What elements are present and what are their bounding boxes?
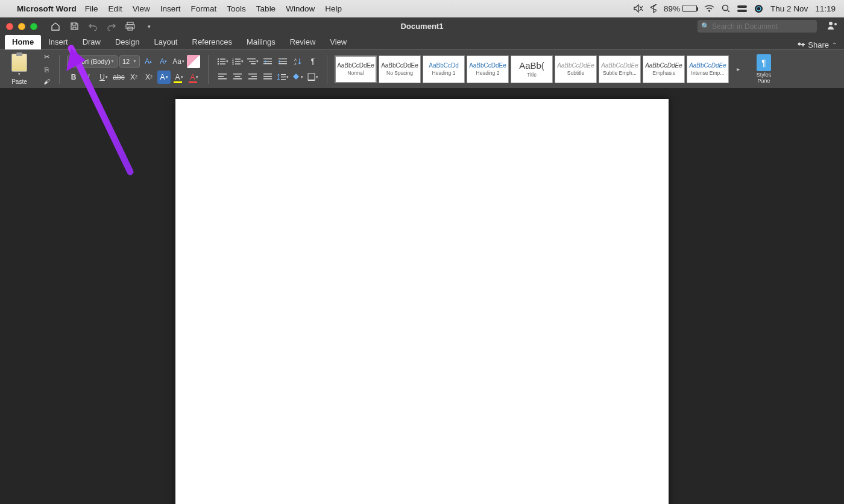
text-effects-button[interactable]: A▾ xyxy=(157,71,171,84)
font-color-button[interactable]: A▾ xyxy=(187,71,201,84)
line-spacing-button[interactable]: ▾ xyxy=(276,71,289,84)
tab-insert[interactable]: Insert xyxy=(41,35,75,49)
svg-rect-2 xyxy=(737,5,747,8)
shading-button[interactable]: ▾ xyxy=(291,71,304,84)
justify-button[interactable] xyxy=(261,71,274,84)
paragraph-group: ▾ 123▾ ▾ AZ ¶ ▾ ▾ ▾ xyxy=(213,53,322,86)
superscript-button[interactable]: X2 xyxy=(142,71,156,84)
decrease-indent-button[interactable] xyxy=(261,55,274,68)
underline-button[interactable]: U▾ xyxy=(97,71,110,84)
redo-icon[interactable] xyxy=(105,20,118,33)
change-case-icon[interactable]: Aa▾ xyxy=(172,55,185,68)
tab-design[interactable]: Design xyxy=(108,35,146,49)
tab-draw[interactable]: Draw xyxy=(75,35,108,49)
sort-button[interactable]: AZ xyxy=(291,55,304,68)
clear-formatting-icon[interactable] xyxy=(187,55,200,68)
shrink-font-icon[interactable]: A▾ xyxy=(157,55,170,68)
save-icon[interactable] xyxy=(68,20,81,33)
menu-table[interactable]: Table xyxy=(256,4,276,13)
menubar-time[interactable]: 11:19 xyxy=(815,4,836,13)
clipboard-group: ▾ Paste xyxy=(5,53,34,86)
bluetooth-icon[interactable] xyxy=(650,4,657,13)
undo-icon[interactable] xyxy=(86,20,99,33)
font-name-select[interactable]: Calibri (Body)▼ xyxy=(67,55,118,68)
ribbon-tabs: Home Insert Draw Design Layout Reference… xyxy=(0,35,844,49)
bold-button[interactable]: B xyxy=(67,71,80,84)
tab-review[interactable]: Review xyxy=(283,35,323,49)
borders-button[interactable]: ▾ xyxy=(306,71,320,84)
align-right-button[interactable] xyxy=(246,71,259,84)
menu-window[interactable]: Window xyxy=(286,4,315,13)
customize-toolbar-icon[interactable]: ▾ xyxy=(142,20,156,33)
menu-edit[interactable]: Edit xyxy=(109,4,122,13)
strikethrough-button[interactable]: abc xyxy=(112,71,125,84)
svg-rect-46 xyxy=(263,78,272,80)
search-box[interactable]: 🔍 xyxy=(698,20,817,33)
search-input[interactable] xyxy=(712,22,813,31)
share-icon xyxy=(796,42,805,49)
font-size-select[interactable]: 12▼ xyxy=(119,55,140,68)
clipboard-icon xyxy=(11,54,27,72)
document-title: Document1 xyxy=(401,22,444,31)
style-title[interactable]: AaBb(Title xyxy=(511,55,553,83)
document-page[interactable] xyxy=(175,99,669,504)
tab-references[interactable]: References xyxy=(185,35,239,49)
tab-home[interactable]: Home xyxy=(5,35,41,49)
spotlight-icon[interactable] xyxy=(722,4,730,13)
highlight-button[interactable]: A▾ xyxy=(172,71,186,84)
style-heading-2[interactable]: AaBbCcDdEeHeading 2 xyxy=(467,55,509,83)
italic-button[interactable]: I xyxy=(82,71,95,84)
increase-indent-button[interactable] xyxy=(276,55,289,68)
numbering-button[interactable]: 123▾ xyxy=(231,55,244,68)
tab-mailings[interactable]: Mailings xyxy=(239,35,283,49)
align-center-button[interactable] xyxy=(231,71,244,84)
svg-rect-19 xyxy=(235,58,241,59)
style-heading-1[interactable]: AaBbCcDdHeading 1 xyxy=(423,55,465,83)
tab-view[interactable]: View xyxy=(323,35,354,49)
battery-status[interactable]: 89% xyxy=(664,4,697,13)
minimize-window-button[interactable] xyxy=(18,23,25,30)
style-intense-emp-[interactable]: AaBbCcDdEeIntense Emp... xyxy=(687,55,729,83)
home-icon[interactable] xyxy=(49,20,62,33)
siri-icon[interactable] xyxy=(754,4,763,13)
menubar-date[interactable]: Thu 2 Nov xyxy=(770,4,808,13)
multilevel-list-button[interactable]: ▾ xyxy=(246,55,259,68)
bullets-button[interactable]: ▾ xyxy=(216,55,229,68)
styles-pane-icon: ¶ xyxy=(757,54,771,71)
menu-file[interactable]: File xyxy=(85,4,98,13)
mute-icon[interactable] xyxy=(634,4,643,13)
format-painter-icon[interactable]: 🖌 xyxy=(41,77,52,86)
menu-format[interactable]: Format xyxy=(191,4,217,13)
svg-rect-23 xyxy=(235,63,241,64)
control-center-icon[interactable] xyxy=(737,5,747,12)
zoom-window-button[interactable] xyxy=(30,23,37,30)
svg-rect-45 xyxy=(263,76,272,77)
show-marks-button[interactable]: ¶ xyxy=(306,55,320,68)
grow-font-icon[interactable]: A▴ xyxy=(142,55,155,68)
app-name[interactable]: Microsoft Word xyxy=(17,4,77,13)
subscript-button[interactable]: X2 xyxy=(127,71,140,84)
menu-tools[interactable]: Tools xyxy=(227,4,246,13)
styles-pane-button[interactable]: ¶ Styles Pane xyxy=(751,54,777,84)
wifi-icon[interactable] xyxy=(704,5,714,12)
collaboration-icon[interactable] xyxy=(827,20,838,33)
style-subtle-emph-[interactable]: AaBbCcDdEeSubtle Emph... xyxy=(599,55,641,83)
close-window-button[interactable] xyxy=(6,23,13,30)
align-left-button[interactable] xyxy=(216,71,229,84)
style-no-spacing[interactable]: AaBbCcDdEeNo Spacing xyxy=(379,55,421,83)
svg-point-11 xyxy=(798,42,801,45)
style-subtitle[interactable]: AaBbCcDdEeSubtitle xyxy=(555,55,597,83)
more-styles-button[interactable]: ▸ xyxy=(734,66,742,72)
svg-rect-3 xyxy=(737,10,747,12)
print-icon[interactable] xyxy=(124,20,137,33)
copy-icon[interactable]: ⎘ xyxy=(41,65,52,74)
menu-help[interactable]: Help xyxy=(325,4,342,13)
menu-view[interactable]: View xyxy=(133,4,150,13)
tab-layout[interactable]: Layout xyxy=(146,35,184,49)
style-emphasis[interactable]: AaBbCcDdEeEmphasis xyxy=(643,55,685,83)
cut-icon[interactable]: ✂ xyxy=(41,53,52,61)
paste-button[interactable]: ▾ Paste xyxy=(7,54,31,85)
style-normal[interactable]: AaBbCcDdEeNormal xyxy=(335,55,377,83)
menu-insert[interactable]: Insert xyxy=(160,4,181,13)
share-button[interactable]: Share⌃ xyxy=(796,40,839,49)
